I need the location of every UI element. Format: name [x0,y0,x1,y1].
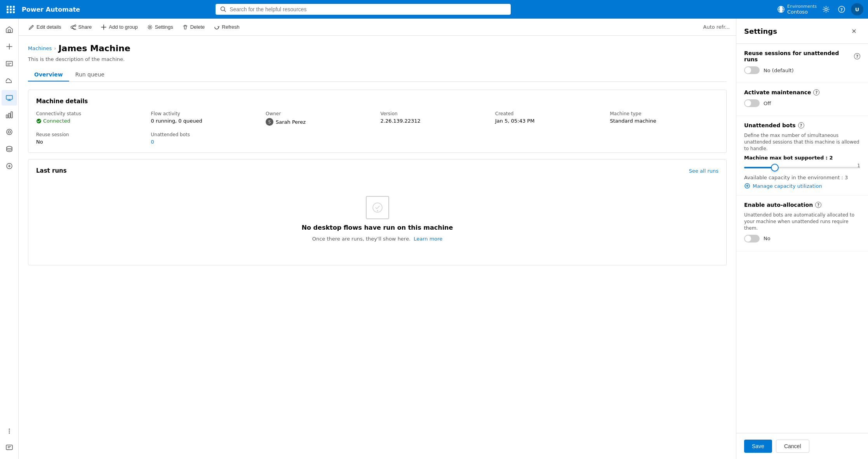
owner-item: Owner S Sarah Perez [266,111,374,126]
settings-button[interactable]: Settings [143,22,177,32]
sidebar-item-home[interactable] [2,22,17,37]
cancel-button[interactable]: Cancel [776,440,809,453]
sidebar-item-activity[interactable] [2,56,17,71]
auto-allocation-info-icon[interactable]: ? [815,202,821,208]
slider-track[interactable]: 1 [744,167,860,168]
svg-rect-11 [6,61,12,66]
sidebar-item-monitor[interactable] [2,124,17,140]
environment-selector[interactable]: Environments Contoso [777,4,817,15]
sidebar-item-cloud[interactable] [2,73,17,88]
sidebar-item-data[interactable] [2,141,17,157]
reuse-sessions-toggle-row: No (default) [744,66,860,74]
svg-point-20 [7,129,12,135]
waffle-icon [7,6,15,13]
edit-details-button[interactable]: Edit details [25,22,65,32]
tab-overview[interactable]: Overview [28,68,69,81]
tab-run-queue[interactable]: Run queue [69,68,111,81]
reuse-sessions-info-icon[interactable]: ? [854,53,860,59]
see-all-runs-link[interactable]: See all runs [689,168,718,174]
last-runs-card: Last runs See all runs No desktop flows … [28,159,727,265]
add-to-group-button[interactable]: Add to group [97,22,141,32]
unattended-bots-info-icon[interactable]: ? [798,122,804,128]
save-button[interactable]: Save [744,440,772,453]
sidebar-item-feedback[interactable] [2,440,17,456]
top-nav-right: Environments Contoso ? U [777,3,863,16]
learn-more-link[interactable]: Learn more [414,236,442,242]
flow-activity-item: Flow activity 0 running, 0 queued [151,111,260,126]
unattended-bots-label: Unattended bots [151,132,260,137]
sidebar-item-machines[interactable] [2,90,17,106]
created-value: Jan 5, 05:43 PM [495,118,604,124]
connectivity-label: Connectivity status [36,111,145,116]
unattended-bots-section: Unattended bots ? Define the max number … [736,116,868,196]
sidebar-item-analytics[interactable] [2,107,17,123]
unattended-bots-value: 0 [151,139,260,145]
waffle-menu-button[interactable] [5,3,17,16]
panel-close-button[interactable]: ✕ [848,25,860,37]
svg-rect-27 [6,445,12,450]
reuse-sessions-toggle[interactable] [744,66,760,74]
machine-type-label: Machine type [610,111,719,116]
auto-allocation-title: Enable auto-allocation ? [744,202,860,208]
search-box[interactable] [216,4,511,15]
sidebar-item-ai[interactable] [2,158,17,174]
last-runs-title: Last runs [36,167,67,174]
environment-label: Environments [787,4,817,9]
unattended-bots-item: Unattended bots 0 [151,132,260,145]
top-navigation: Power Automate Environments Contoso [0,0,868,19]
reuse-session-label: Reuse session [36,132,145,137]
last-runs-header: Last runs See all runs [36,167,718,174]
connected-icon [36,118,42,124]
panel-header: Settings ✕ [736,19,868,44]
svg-rect-17 [6,115,8,118]
machine-details-title: Machine details [36,98,718,105]
version-value: 2.26.139.22312 [381,118,489,124]
svg-point-35 [377,210,378,211]
breadcrumb: Machines › James Machine [28,43,727,53]
search-icon [220,6,226,12]
auto-allocation-desc: Unattended bots are automatically alloca… [744,212,860,231]
refresh-button[interactable]: Refresh [210,22,244,32]
svg-line-1 [224,10,226,12]
search-input[interactable] [230,6,506,12]
delete-button[interactable]: Delete [179,22,209,32]
share-icon [71,24,76,30]
user-avatar[interactable]: U [851,3,863,16]
maintenance-toggle-row: Off [744,99,860,107]
slider-thumb[interactable] [771,164,779,171]
svg-point-25 [9,431,10,432]
breadcrumb-machines-link[interactable]: Machines [28,45,52,51]
auto-allocation-toggle-label: No [764,236,771,241]
svg-point-32 [149,26,151,28]
content-area: Edit details Share Add to group [19,19,736,459]
svg-rect-19 [11,112,12,118]
details-grid: Connectivity status Connected Flow activ… [36,111,718,145]
settings-panel: Settings ✕ Reuse sessions for unattended… [736,19,868,459]
reuse-sessions-title: Reuse sessions for unattended runs ? [744,50,860,62]
svg-point-26 [9,433,10,434]
machine-type-item: Machine type Standard machine [610,111,719,126]
maintenance-info-icon[interactable]: ? [813,89,819,95]
svg-rect-8 [8,30,10,32]
page-tabs: Overview Run queue [28,68,727,82]
version-item: Version 2.26.139.22312 [381,111,489,126]
maintenance-toggle[interactable] [744,99,760,107]
no-runs-state: No desktop flows have run on this machin… [36,180,718,257]
auto-allocation-toggle[interactable] [744,235,760,242]
app-title: Power Automate [22,6,80,13]
help-icon: ? [838,6,845,13]
sidebar-item-more[interactable] [2,423,17,439]
help-button[interactable]: ? [835,3,848,16]
manage-capacity-link[interactable]: Manage capacity utilization [744,183,860,189]
settings-nav-button[interactable] [820,3,832,16]
owner-value: S Sarah Perez [266,118,374,126]
panel-title: Settings [744,27,777,35]
refresh-icon [214,24,219,30]
slider-fill [744,167,773,168]
environment-icon [777,5,785,13]
breadcrumb-chevron-icon: › [54,45,56,51]
share-button[interactable]: Share [67,22,96,32]
svg-point-21 [8,131,10,133]
environment-name: Contoso [787,9,817,15]
sidebar-item-plus[interactable] [2,39,17,54]
